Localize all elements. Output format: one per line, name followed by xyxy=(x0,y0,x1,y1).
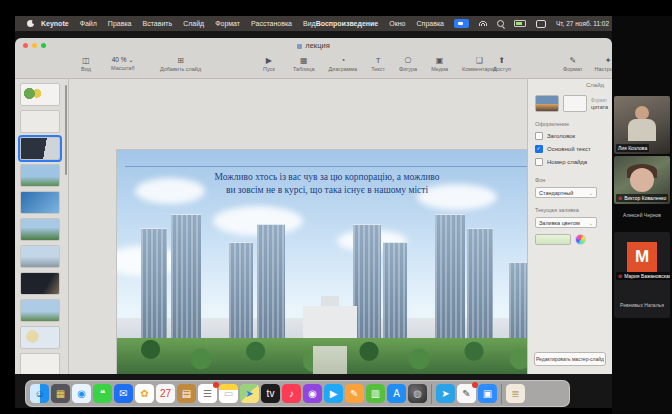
background-select[interactable]: Стандартный⌄ xyxy=(535,187,597,198)
dock-icon-dark-globe[interactable]: ◍ xyxy=(408,384,427,403)
insert-button[interactable]: ❏ Комментарий xyxy=(462,56,497,72)
insert-button[interactable]: ▣ Медиа xyxy=(431,56,448,72)
fill-color-well[interactable] xyxy=(535,234,571,245)
menu-item[interactable]: Формат xyxy=(215,20,240,27)
appearance-option[interactable]: Заголовок xyxy=(535,132,575,140)
panel-toggle-button[interactable]: ✎ Формат xyxy=(563,56,583,72)
dock-icon-calendar[interactable]: 27 xyxy=(156,384,175,403)
menu-bar: KeynoteФайлПравкаВставитьСлайдФорматРасс… xyxy=(15,16,612,31)
dock-icon-pages[interactable]: ✎ xyxy=(345,384,364,403)
slide-thumbnail[interactable] xyxy=(20,137,60,160)
tower-building xyxy=(509,262,529,347)
panel-toggle-button[interactable]: ✦ Настройка xyxy=(595,56,612,72)
dock-icon-appletv[interactable]: tv xyxy=(261,384,280,403)
dock-icon-podcasts[interactable]: ◉ xyxy=(303,384,322,403)
slide-thumbnail[interactable] xyxy=(20,218,60,241)
slide-thumbnail[interactable] xyxy=(20,272,60,295)
menu-item[interactable]: Вставить xyxy=(143,20,173,27)
dock-icon-photos[interactable]: ✿ xyxy=(135,384,154,403)
dock-icon-music[interactable]: ♪ xyxy=(282,384,301,403)
dock-icon-safari[interactable]: ◉ xyxy=(72,384,91,403)
battery-icon[interactable] xyxy=(514,20,526,27)
screen-share-badge-icon[interactable] xyxy=(454,19,469,28)
mic-muted-icon: ⊘ xyxy=(618,273,622,279)
dock-icon-mail[interactable]: ✉ xyxy=(114,384,133,403)
master-thumbnail-photo[interactable] xyxy=(535,95,559,112)
wifi-icon[interactable] xyxy=(479,21,487,26)
menu-item[interactable]: Окно xyxy=(389,20,405,27)
checkbox-icon[interactable] xyxy=(535,132,543,140)
format-tab-label[interactable]: Слайд xyxy=(586,82,604,88)
keynote-toolbar: ◫ Вид 40 % ⌄ Масштаб ⊞ Добавить слайд ▶ … xyxy=(15,52,612,79)
slide-thumbnail[interactable] xyxy=(20,245,60,268)
dock-icon-launchpad[interactable]: ▦ xyxy=(51,384,70,403)
checkbox-icon[interactable] xyxy=(535,158,543,166)
dock-icon-textedit[interactable]: ✎ xyxy=(457,384,476,403)
participant-name-only[interactable]: Ревнивых Наталья xyxy=(612,302,672,308)
tower-building xyxy=(435,214,465,347)
dock: ☺ ▦ ◉ ❝ ✉ ✿ 27 ▤ ☰ ▭ ➤ tv ♪ ◉ ▶ ✎ xyxy=(25,380,570,407)
dock-icon-notes[interactable]: ▭ xyxy=(219,384,238,403)
add-slide-button[interactable]: ⊞ Добавить слайд xyxy=(160,56,201,72)
slide-thumbnail[interactable] xyxy=(20,326,60,349)
insert-button[interactable]: T Текст xyxy=(371,56,385,72)
menu-item[interactable]: Правка xyxy=(108,20,132,27)
slide-thumbnail[interactable] xyxy=(20,299,60,322)
search-icon[interactable] xyxy=(497,20,504,27)
apple-logo-icon[interactable] xyxy=(27,20,34,27)
checkbox-icon[interactable] xyxy=(535,145,543,153)
control-center-icon[interactable] xyxy=(536,20,546,28)
menu-item[interactable]: Справка xyxy=(417,20,444,27)
menu-item[interactable]: Файл xyxy=(80,20,97,27)
color-wheel-icon[interactable] xyxy=(575,234,586,245)
menu-item[interactable]: Вид xyxy=(303,20,316,27)
menu-clock[interactable]: Чт, 27 нояб. 11:02 xyxy=(556,20,609,27)
menu-item[interactable]: Воспроизведение xyxy=(316,20,379,27)
slide-thumbnail[interactable] xyxy=(20,110,60,133)
participant-name-only[interactable]: Алексей Чернов xyxy=(612,212,672,218)
dock-icon[interactable] xyxy=(431,384,432,404)
add-slide-icon: ⊞ xyxy=(177,56,184,65)
dock-icon-numbers[interactable]: ▥ xyxy=(366,384,385,403)
panel-toggle-group: ✎ Формат ✦ Настройка xyxy=(563,56,612,72)
participant-video-tile[interactable]: Лия Козлова xyxy=(614,96,670,154)
master-slide-picker[interactable]: Формат цитата xyxy=(535,95,608,112)
menu-item[interactable]: Keynote xyxy=(41,20,69,27)
insert-button[interactable]: ▦ Таблица xyxy=(293,56,315,72)
zoom-level-control[interactable]: 40 % ⌄ Масштаб xyxy=(111,56,135,71)
play-button[interactable]: ▶ Пуск xyxy=(263,56,275,72)
dock-icon-telegram[interactable]: ➤ xyxy=(436,384,455,403)
menu-item[interactable]: Расстановка xyxy=(251,20,292,27)
edit-master-button[interactable]: Редактировать мастер-слайд xyxy=(534,352,606,366)
slide-thumbnail[interactable] xyxy=(20,83,60,106)
master-thumbnail-text[interactable] xyxy=(563,95,587,112)
dock-icon-zoom[interactable]: ▣ xyxy=(478,384,497,403)
slide-thumbnail[interactable] xyxy=(20,164,60,187)
navigator-scrollbar[interactable] xyxy=(65,85,67,175)
current-slide[interactable]: Можливо хтось із вас чув за цю корпораці… xyxy=(117,150,537,374)
insert-button[interactable]: ◔ Диаграмма xyxy=(329,56,358,72)
slide-text[interactable]: Можливо хтось із вас чув за цю корпораці… xyxy=(117,171,537,197)
dock-icon-document[interactable]: ≣ xyxy=(506,384,525,403)
collaborate-button[interactable]: ⬆ Доступ xyxy=(493,56,511,72)
dock-icon-finder[interactable]: ☺ xyxy=(30,384,49,403)
dock-icon-reminders[interactable]: ☰ xyxy=(198,384,217,403)
dock-icon-maps[interactable]: ➤ xyxy=(240,384,259,403)
dock-icon[interactable] xyxy=(501,384,502,404)
avatar: M xyxy=(627,242,657,272)
dock-icon-appstore[interactable]: A xyxy=(387,384,406,403)
appearance-option[interactable]: Основной текст xyxy=(535,145,591,153)
participant-video-tile[interactable]: ⊘ Виктор Коваленко xyxy=(614,156,670,204)
insert-button[interactable]: ⬠ Фигура xyxy=(399,56,417,72)
slide-thumbnail[interactable] xyxy=(20,353,60,374)
zoom-level-value[interactable]: 40 % ⌄ xyxy=(112,56,134,64)
dock-icon-facetime[interactable]: ▶ xyxy=(324,384,343,403)
appearance-option[interactable]: Номер слайда xyxy=(535,158,587,166)
menu-item[interactable]: Слайд xyxy=(183,20,204,27)
view-button[interactable]: ◫ Вид xyxy=(81,56,91,72)
dock-icon-messages[interactable]: ❝ xyxy=(93,384,112,403)
tower-building xyxy=(383,242,407,347)
slide-thumbnail[interactable] xyxy=(20,191,60,214)
fill-type-select[interactable]: Заливка цветом⌄ xyxy=(535,217,597,228)
dock-icon-books[interactable]: ▤ xyxy=(177,384,196,403)
